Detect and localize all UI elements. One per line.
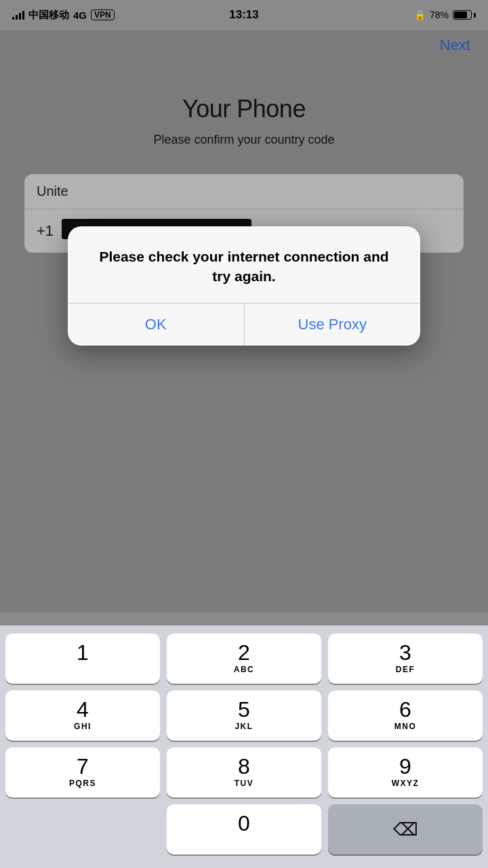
numeric-keyboard: 1 2 ABC 3 DEF 4 GHI 5 JKL 6 MNO 7 PQRS <box>0 625 488 868</box>
key-0[interactable]: 0 <box>167 804 321 854</box>
key-5[interactable]: 5 JKL <box>167 690 321 741</box>
background-content: Next Your Phone Please confirm your coun… <box>0 30 488 613</box>
keyboard-row-3: 7 PQRS 8 TUV 9 WXYZ <box>5 747 483 798</box>
alert-message: Please check your internet connection an… <box>68 226 420 303</box>
key-7[interactable]: 7 PQRS <box>5 747 160 798</box>
key-2[interactable]: 2 ABC <box>167 634 321 684</box>
lock-icon: 🔒 <box>414 9 426 20</box>
delete-key[interactable]: ⌫ <box>328 804 483 854</box>
watermark: 知乎 @Crown <box>426 705 480 718</box>
signal-icon <box>12 10 24 20</box>
key-6-sub: MNO <box>328 722 483 732</box>
alert-dialog: Please check your internet connection an… <box>68 226 420 346</box>
key-4-sub: GHI <box>5 722 160 732</box>
key-1[interactable]: 1 <box>5 634 160 684</box>
key-5-sub: JKL <box>167 722 321 732</box>
key-8-sub: TUV <box>167 779 321 789</box>
keyboard-row-1: 1 2 ABC 3 DEF <box>5 634 483 684</box>
key-3-sub: DEF <box>328 665 483 676</box>
keyboard-row-2: 4 GHI 5 JKL 6 MNO <box>5 690 483 741</box>
status-left: 中国移动 4G VPN <box>12 9 115 22</box>
key-4[interactable]: 4 GHI <box>5 690 160 741</box>
key-9-main: 9 <box>328 756 483 777</box>
status-bar: 中国移动 4G VPN 13:13 🔒 78% <box>0 0 488 30</box>
key-0-main: 0 <box>167 812 321 834</box>
key-1-main: 1 <box>5 642 160 663</box>
key-8[interactable]: 8 TUV <box>167 747 321 798</box>
key-5-main: 5 <box>167 699 321 720</box>
key-2-main: 2 <box>167 642 321 663</box>
alert-buttons: OK Use Proxy <box>68 303 420 346</box>
key-3-main: 3 <box>328 642 483 663</box>
key-3[interactable]: 3 DEF <box>328 634 483 684</box>
delete-icon: ⌫ <box>393 819 418 840</box>
ok-button[interactable]: OK <box>68 304 245 346</box>
keyboard-row-4: 0 ⌫ <box>5 804 483 854</box>
carrier-label: 中国移动 <box>28 9 69 22</box>
status-right: 🔒 78% <box>414 9 476 20</box>
key-7-main: 7 <box>5 756 160 777</box>
key-7-sub: PQRS <box>5 779 160 789</box>
key-8-main: 8 <box>167 756 321 777</box>
status-time: 13:13 <box>229 8 258 22</box>
key-9[interactable]: 9 WXYZ <box>328 747 483 798</box>
key-4-main: 4 <box>5 699 160 720</box>
battery-icon <box>453 10 476 20</box>
vpn-label: VPN <box>91 9 115 20</box>
key-2-sub: ABC <box>167 665 321 676</box>
key-1-sub <box>5 665 160 676</box>
battery-label: 78% <box>430 9 449 20</box>
key-empty <box>5 804 160 854</box>
key-9-sub: WXYZ <box>328 779 483 789</box>
network-label: 4G <box>73 9 87 21</box>
key-0-sub <box>167 835 321 846</box>
use-proxy-button[interactable]: Use Proxy <box>245 304 421 346</box>
